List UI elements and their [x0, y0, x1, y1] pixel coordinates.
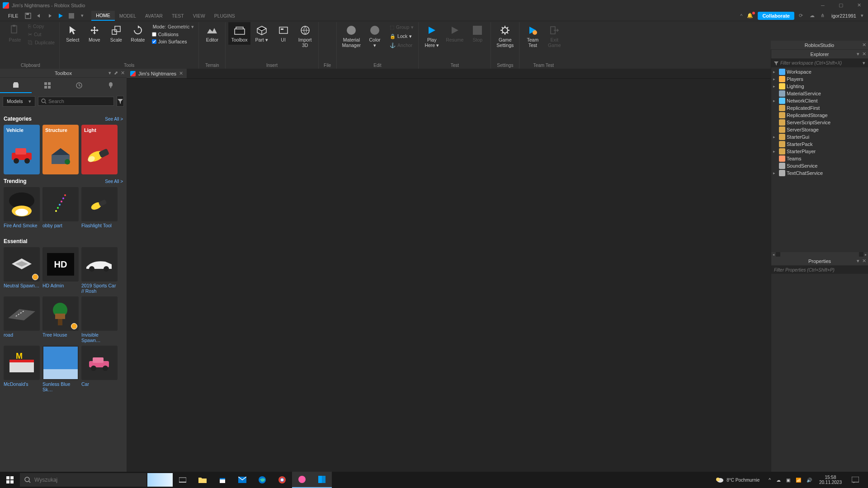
move-button[interactable]: Move [84, 22, 105, 45]
qat-save-button[interactable] [24, 12, 32, 19]
tree-node[interactable]: ▸TextChatService [771, 169, 868, 177]
asset-card[interactable]: Tree House [42, 296, 79, 343]
toolbox-tab-marketplace[interactable] [0, 78, 32, 93]
properties-filter[interactable] [771, 266, 868, 274]
close-button[interactable]: ✕ [850, 0, 868, 10]
tray-chevron-icon[interactable]: ^ [769, 478, 771, 483]
tree-node[interactable]: ▸StarterGui [771, 133, 868, 141]
categories-seeall[interactable]: See All > [105, 117, 123, 122]
tree-node[interactable]: MaterialService [771, 90, 868, 97]
stop-button[interactable]: Stop [467, 22, 488, 45]
join-surfaces-checkbox[interactable]: Join Surfaces [151, 38, 196, 45]
qat-play-button[interactable] [57, 12, 64, 19]
import-3d-button[interactable]: Import 3D [295, 22, 316, 50]
tree-node[interactable]: Teams [771, 155, 868, 162]
anchor-button[interactable]: ⚓Anchor [388, 41, 415, 49]
category-card[interactable]: Vehicle [4, 125, 40, 174]
color-button[interactable]: Color▾ [364, 22, 385, 50]
tab-avatar[interactable]: AVATAR [141, 11, 167, 20]
toolbox-search-box[interactable] [38, 97, 114, 106]
ribbon-collapse-icon[interactable]: ^ [740, 13, 742, 19]
asset-card[interactable]: obby part [42, 187, 79, 228]
asset-card[interactable]: HDHD Admin [42, 247, 79, 294]
pane-close-icon[interactable]: ✕ [862, 42, 866, 48]
taskbar-news[interactable] [147, 473, 173, 487]
rotate-button[interactable]: Rotate [127, 22, 148, 45]
tab-plugins[interactable]: PLUGINS [210, 11, 240, 20]
collisions-checkbox[interactable]: Collisions [151, 31, 196, 38]
qat-dropdown[interactable]: ▾ [79, 12, 86, 19]
taskbar-search[interactable] [20, 473, 146, 487]
task-view-button[interactable] [173, 472, 193, 488]
paste-button[interactable]: Paste [5, 22, 25, 45]
material-manager-button[interactable]: Material Manager [340, 22, 363, 50]
taskbar-app-1[interactable] [292, 472, 312, 488]
toolbox-content[interactable]: CategoriesSee All > VehicleStructureLigh… [0, 109, 127, 472]
panel-dropdown-icon[interactable]: ▾ [857, 51, 859, 57]
asset-card[interactable]: Neutral Spawn… [4, 247, 40, 294]
minimize-button[interactable]: ─ [814, 0, 832, 10]
select-button[interactable]: Select [62, 22, 83, 45]
panel-dropdown-icon[interactable]: ▾ [857, 258, 859, 264]
share-icon[interactable]: ⋔ [821, 13, 827, 19]
tree-node[interactable]: ▸StarterPlayer [771, 148, 868, 155]
start-button[interactable] [0, 472, 20, 488]
taskbar-edge[interactable] [252, 472, 272, 488]
panel-close-icon[interactable]: ✕ [121, 70, 125, 76]
part-button[interactable]: Part ▾ [251, 22, 272, 45]
taskbar-search-input[interactable] [34, 477, 142, 483]
mode-dropdown[interactable]: Mode: Geometric ▾ [151, 23, 196, 30]
copy-button[interactable]: ⎘Copy [26, 22, 57, 30]
tree-node[interactable]: ReplicatedStorage [771, 112, 868, 119]
taskbar-store[interactable] [212, 472, 232, 488]
panel-popout-icon[interactable]: ⬈ [114, 70, 118, 76]
tree-node[interactable]: ▸Workspace [771, 68, 868, 75]
tab-model[interactable]: MODEL [115, 11, 141, 20]
asset-card[interactable]: road [4, 296, 40, 343]
asset-card[interactable]: Invisible Spawn… [81, 296, 118, 343]
cut-button[interactable]: ✂Cut [26, 30, 57, 38]
system-tray[interactable]: ^ ☁ ▣ 📶 🔊 [765, 478, 816, 483]
tree-node[interactable]: SoundService [771, 162, 868, 169]
taskbar-roblox-studio[interactable] [312, 472, 332, 488]
qat-stop-button[interactable] [68, 12, 75, 19]
collaborate-button[interactable]: Collaborate [758, 12, 794, 20]
panel-dropdown-icon[interactable]: ▾ [108, 70, 111, 76]
tree-node[interactable]: ▸Lighting [771, 83, 868, 90]
resume-button[interactable]: Resume [443, 22, 466, 45]
taskbar-explorer[interactable] [193, 472, 212, 488]
tray-meet-icon[interactable]: ▣ [786, 478, 790, 483]
tab-home[interactable]: HOME [91, 11, 115, 21]
qat-undo-button[interactable] [35, 12, 42, 19]
tray-volume-icon[interactable]: 🔊 [807, 478, 812, 483]
tree-node[interactable]: ServerStorage [771, 126, 868, 133]
trending-seeall[interactable]: See All > [105, 179, 123, 184]
viewport-3d[interactable] [127, 79, 771, 472]
tab-view[interactable]: VIEW [189, 11, 210, 20]
username-label[interactable]: igor221991 [831, 13, 856, 19]
user-dropdown-icon[interactable]: ▾ [861, 13, 863, 19]
action-center-button[interactable] [845, 472, 865, 488]
tree-node[interactable]: ServerScriptService [771, 119, 868, 126]
group-button[interactable]: ⬚Group ▾ [388, 23, 415, 31]
asset-card[interactable]: 2019 Sports Car // Rosh [81, 247, 118, 294]
panel-close-icon[interactable]: ✕ [862, 258, 866, 264]
duplicate-button[interactable]: ⿻Duplicate [26, 38, 57, 47]
toolbox-type-dropdown[interactable]: Models▾ [3, 96, 35, 107]
menu-file[interactable]: FILE [4, 11, 23, 20]
cloud-icon[interactable]: ☁ [810, 13, 816, 19]
explorer-filter-input[interactable] [780, 61, 861, 66]
tray-wifi-icon[interactable]: 📶 [796, 478, 801, 483]
taskbar-clock[interactable]: 15:58 20.11.2023 [816, 475, 844, 485]
doc-close-icon[interactable]: ✕ [179, 70, 183, 76]
taskbar-mail[interactable] [232, 472, 252, 488]
tab-test[interactable]: TEST [167, 11, 189, 20]
notifications-icon[interactable]: 🔔 [747, 13, 753, 19]
explorer-h-scrollbar[interactable]: ◂▸ [771, 252, 868, 257]
team-test-button[interactable]: Team Test [522, 22, 543, 50]
properties-filter-input[interactable] [774, 267, 865, 272]
asset-card[interactable]: Car [81, 346, 118, 392]
toolbox-tab-inventory[interactable] [32, 78, 63, 93]
toolbox-search-input[interactable] [48, 99, 111, 104]
exit-game-button[interactable]: Exit Game [544, 22, 565, 50]
